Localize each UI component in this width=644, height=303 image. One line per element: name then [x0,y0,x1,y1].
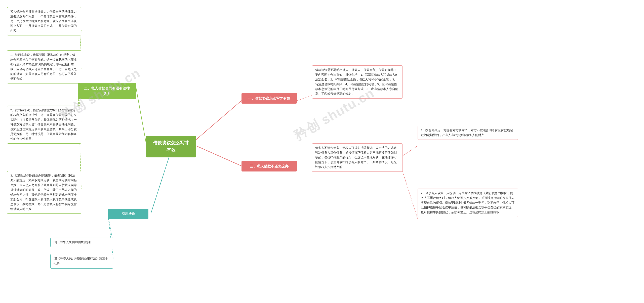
right-box-2: 债务人不清偿债务，债权人可以向法院起诉，以合法的方式来强制债务人清偿债务。通常情… [312,143,403,172]
left-box-4: 3、就借款合同的生效时间来讲，依据我国《民法典》的规定，如果双方约定的，就自约定… [7,171,81,214]
left-box-3-text: 2、就内容来说，借款合同的效力在于双方所确定的权利义务的合法性。这一问题在借款合… [10,109,77,140]
left-box-1-text: 私人借款合同具有法律效力。借款合同的法律效力主要涉及两个问题：一个是借款合同有效… [10,10,77,32]
right-box-4: 2、当债务人或第三人提供一定的财产物为债务人履行债务的担保，债务人不履行债务时，… [418,189,518,217]
right-box-1-text: 借款协议需要写明出借人、借款人、借款金额、借款时间等主要内容即为合法有效。具体包… [315,68,398,95]
branch-node-3: 三、私人借款不还怎么办 [242,161,297,171]
center-node: 借款协议怎么写才有效 [146,136,196,157]
cite-box-1: [1]《中华人民共和国民法典》 [50,238,113,247]
branch-3-label: 三、私人借款不还怎么办 [250,164,289,168]
cite-box-2-text: [2]《中华人民共和国商业银行法》第三十七条 [54,257,108,265]
svg-line-2 [196,146,242,166]
branch-1-label: 一、借款协议怎么写才有效 [248,96,290,100]
left-box-3: 2、就内容来说，借款合同的效力在于双方所确定的权利义务的合法性。这一问题在借款合… [7,106,81,144]
cite-box-1-text: [1]《中华人民共和国民法典》 [54,240,93,244]
svg-line-11 [403,171,418,219]
branch-4-label: 引用法条 [122,212,135,215]
branch-node-1: 一、借款协议怎么写才有效 [242,93,297,104]
svg-line-3 [151,151,171,213]
right-box-4-text: 2、当债务人或第三人提供一定的财产物为债务人履行债务的担保，债务人不履行债务时，… [421,192,514,214]
right-box-3: 1、按合同约定一方占有对方的财产，对方不按照合同给付应付款项超过约定期限的，占有… [418,126,518,140]
branch-node-2: 二、私人借款合同有没有法律效力 [78,83,136,99]
svg-line-1 [196,101,242,140]
svg-line-0 [136,87,146,142]
right-box-1: 借款协议需要写明出借人、借款人、借款金额、借款时间等主要内容即为合法有效。具体包… [312,65,403,99]
svg-line-8 [297,96,312,101]
left-box-1: 私人借款合同具有法律效力。借款合同的法律效力主要涉及两个问题：一个是借款合同有效… [7,7,81,35]
branch-2-label: 二、私人借款合同有没有法律效力 [84,86,130,96]
svg-line-13 [108,216,113,258]
branch-node-4: 引用法条 [108,209,148,219]
right-box-3-text: 1、按合同约定一方占有对方的财产，对方不按照合同给付应付款项超过约定期限的，占有… [421,129,513,137]
cite-box-2: [2]《中华人民共和国商业银行法》第三十七条 [50,254,113,269]
svg-line-10 [403,146,418,156]
right-box-2-text: 债务人不清偿债务，债权人可以向法院起诉，以合法的方式来强制债务人清偿债务。通常情… [315,146,397,168]
left-box-4-text: 3、就借款合同的生效时间来讲，依据我国《民法典》的规定，如果双方约定的，就自约定… [10,174,77,210]
left-box-2-text: 1、就形式来说，依据我国《民法典》的规定，借款合同应当采用书面形式。这一点在我国… [10,53,77,80]
mind-map: 借款协议怎么写才有效 一、借款协议怎么写才有效 二、私人借款合同有没有法律效力 … [0,0,644,303]
center-label: 借款协议怎么写才有效 [153,140,189,153]
left-box-2: 1、就形式来说，依据我国《民法典》的规定，借款合同应当采用书面形式。这一点在我国… [7,50,81,83]
